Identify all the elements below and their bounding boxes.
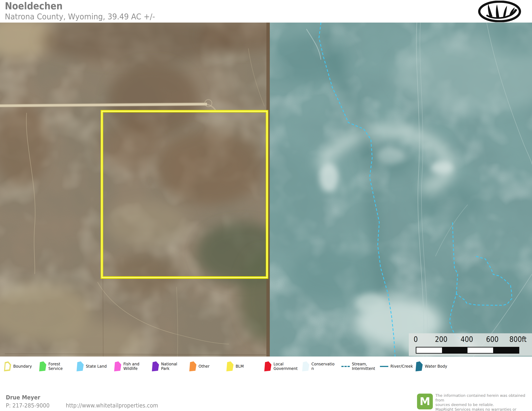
aerial-map-canvas bbox=[0, 23, 532, 356]
blue-overlay-region bbox=[258, 23, 532, 356]
dashed-line-icon bbox=[341, 366, 350, 367]
pentagon-icon bbox=[302, 361, 309, 371]
legend-item-forest-service: Forest Service bbox=[39, 361, 62, 372]
legend-label: State Land bbox=[86, 364, 107, 369]
legend-label: Local Government bbox=[274, 362, 298, 371]
scale-bar: 0 200 400 600 800ft bbox=[409, 333, 532, 356]
legend-item-blm: BLM bbox=[226, 361, 244, 372]
legend-item-local-government: Local Government bbox=[264, 361, 298, 372]
pentagon-icon bbox=[226, 361, 234, 371]
map-legend: Boundary Forest Service State Land Fish … bbox=[0, 356, 532, 391]
scale-segment bbox=[493, 347, 519, 353]
legend-label: Forest Service bbox=[48, 362, 62, 371]
scale-segment bbox=[467, 347, 493, 353]
map-export-page: Noeldechen Natrona County, Wyoming, 39.4… bbox=[0, 0, 532, 411]
pentagon-icon bbox=[189, 361, 196, 371]
solid-line-icon bbox=[380, 366, 388, 367]
agent-website: http://www.whitetailproperties.com bbox=[66, 402, 158, 409]
scale-label-0: 0 bbox=[414, 335, 418, 344]
legend-label: Other bbox=[199, 364, 209, 369]
legend-item-national-park: National Park bbox=[152, 361, 178, 372]
legend-item-water-body: Water Body bbox=[415, 361, 447, 372]
page-title: Noeldechen bbox=[5, 0, 63, 12]
mapright-logo: M bbox=[417, 394, 433, 409]
agent-name: Drue Meyer bbox=[6, 394, 40, 401]
legend-item-state-land: State Land bbox=[76, 361, 107, 372]
legend-label: BLM bbox=[236, 364, 244, 369]
page-subtitle: Natrona County, Wyoming, 39.49 AC +/- bbox=[5, 12, 155, 21]
pentagon-icon bbox=[415, 361, 423, 371]
aerial-imagery-left bbox=[0, 23, 287, 356]
agent-phone: P: 217-285-9000 bbox=[6, 402, 50, 409]
pentagon-icon bbox=[76, 361, 84, 371]
scale-label-800: 800ft bbox=[509, 335, 527, 344]
pentagon-icon bbox=[114, 361, 121, 371]
antler-oval-logo bbox=[478, 1, 522, 22]
mapright-logo-letter: M bbox=[420, 396, 430, 407]
scale-segment bbox=[416, 347, 442, 353]
scale-bar-segments bbox=[416, 347, 519, 354]
scale-label-400: 400 bbox=[461, 335, 473, 344]
legend-label: Conservation bbox=[311, 362, 336, 371]
legend-label: River/Creek bbox=[390, 364, 413, 369]
pentagon-icon bbox=[152, 361, 159, 371]
pentagon-icon bbox=[39, 361, 46, 371]
legend-label: National Park bbox=[161, 362, 178, 371]
legend-item-stream-intermittent: Stream, Intermittent bbox=[341, 361, 375, 372]
scale-segment bbox=[442, 347, 468, 353]
legend-item-other: Other bbox=[189, 361, 209, 372]
scale-label-600: 600 bbox=[486, 335, 498, 344]
legend-item-fish-and-wildlife: Fish and Wildlife bbox=[114, 361, 140, 372]
pentagon-icon bbox=[264, 361, 271, 371]
legend-item-river-creek: River/Creek bbox=[380, 361, 413, 372]
legend-label: Stream, Intermittent bbox=[352, 362, 375, 371]
legend-label: Water Body bbox=[425, 364, 447, 369]
legend-label: Boundary bbox=[13, 364, 32, 369]
legend-item-conservation: Conservation bbox=[302, 361, 336, 372]
scale-labels: 0 200 400 600 800ft bbox=[409, 335, 532, 344]
disclaimer-text: The information contained herein was obt… bbox=[435, 393, 531, 411]
boundary-outline-icon bbox=[4, 361, 11, 371]
legend-label: Fish and Wildlife bbox=[123, 362, 140, 371]
scale-label-200: 200 bbox=[435, 335, 447, 344]
legend-item-boundary: Boundary bbox=[4, 361, 32, 372]
